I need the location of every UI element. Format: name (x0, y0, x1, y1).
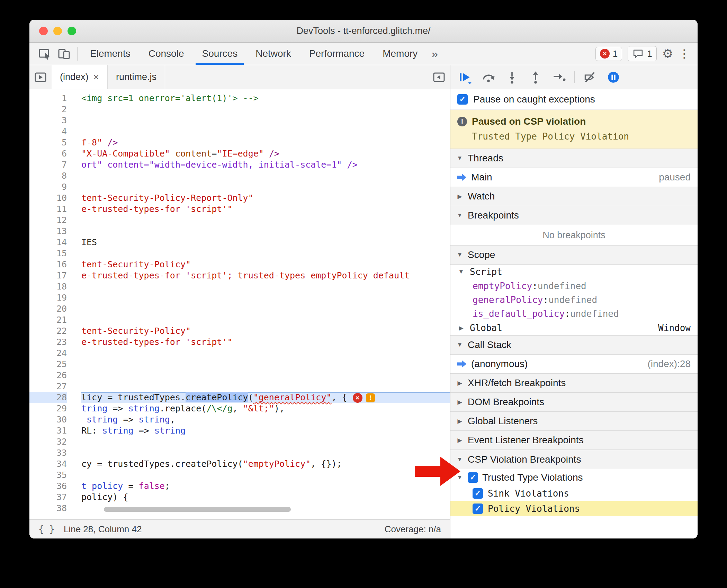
error-badge[interactable]: × 1 (595, 47, 622, 61)
line-number[interactable]: 5 (29, 137, 67, 148)
tab-sources[interactable]: Sources (193, 43, 246, 65)
device-toolbar-button[interactable] (54, 43, 74, 65)
devtools-body: (index)×runtime.js 123456789101112131415… (29, 65, 698, 538)
section-threads[interactable]: ▼ Threads (450, 149, 698, 168)
scope-script-row[interactable]: ▼ Script (450, 265, 698, 279)
step-over-button[interactable] (477, 68, 500, 87)
resume-button[interactable] (454, 68, 476, 87)
line-number[interactable]: 16 (29, 259, 67, 270)
tab-console[interactable]: Console (140, 43, 193, 65)
deactivate-breakpoints-button[interactable] (579, 68, 601, 87)
line-number[interactable]: 37 (29, 492, 67, 503)
minimize-window-button[interactable] (53, 27, 62, 35)
line-number[interactable]: 36 (29, 481, 67, 492)
section-scope[interactable]: ▼ Scope (450, 245, 698, 265)
csp-breakpoint-policy-violations[interactable]: ✓Policy Violations (450, 501, 698, 516)
section-call-stack[interactable]: ▼ Call Stack (450, 335, 698, 355)
pause-on-caught-row[interactable]: ✓ Pause on caught exceptions (450, 89, 698, 110)
line-number[interactable]: 27 (29, 381, 67, 392)
line-number[interactable]: 1 (29, 93, 67, 104)
issues-badge[interactable]: 1 (628, 46, 656, 61)
close-window-button[interactable] (39, 27, 48, 35)
line-number[interactable]: 11 (29, 204, 67, 215)
step-button[interactable] (548, 68, 570, 87)
tab-network[interactable]: Network (246, 43, 300, 65)
line-number[interactable]: 21 (29, 314, 67, 326)
csp-breakpoint-sink-violations[interactable]: ✓Sink Violations (450, 486, 698, 501)
checkbox-checked[interactable]: ✓ (457, 94, 468, 105)
section-xhr-fetch-breakpoints[interactable]: ▶XHR/fetch Breakpoints (450, 373, 698, 393)
line-number[interactable]: 38 (29, 503, 67, 514)
line-number[interactable]: 25 (29, 359, 67, 370)
checkbox-checked[interactable]: ✓ (468, 472, 478, 483)
scope-variable[interactable]: generalPolicy: undefined (450, 293, 698, 307)
code-editor[interactable]: 1234567891011121314151617181920212223242… (29, 89, 450, 519)
inspect-element-button[interactable] (35, 43, 54, 65)
error-icon[interactable]: × (353, 393, 362, 403)
line-number[interactable]: 20 (29, 303, 67, 314)
line-number[interactable]: 26 (29, 370, 67, 381)
line-number[interactable]: 4 (29, 126, 67, 137)
code-content[interactable]: <img src=1 onerror='alert(1)'> -->f-8" /… (72, 89, 450, 519)
line-number[interactable]: 3 (29, 115, 67, 126)
line-number[interactable]: 33 (29, 447, 67, 458)
line-number[interactable]: 32 (29, 436, 67, 447)
code-line-2 (81, 104, 450, 115)
tab-elements[interactable]: Elements (81, 43, 140, 65)
line-number-gutter[interactable]: 1234567891011121314151617181920212223242… (29, 89, 72, 519)
section-breakpoints[interactable]: ▼ Breakpoints (450, 206, 698, 225)
line-number[interactable]: 23 (29, 337, 67, 348)
tab-memory[interactable]: Memory (374, 43, 427, 65)
warn-icon[interactable]: ! (366, 393, 375, 402)
call-stack-frame[interactable]: (anonymous) (index):28 (450, 355, 698, 373)
kebab-menu-icon[interactable]: ⋮ (679, 48, 690, 59)
line-number[interactable]: 28 (29, 392, 67, 403)
checkbox-checked[interactable]: ✓ (473, 488, 483, 499)
line-number[interactable]: 24 (29, 348, 67, 359)
line-number[interactable]: 6 (29, 148, 67, 159)
show-navigator-button[interactable] (29, 65, 52, 89)
quick-source-button[interactable] (428, 65, 450, 89)
line-number[interactable]: 12 (29, 215, 67, 226)
step-into-button[interactable] (501, 68, 523, 87)
line-number[interactable]: 9 (29, 181, 67, 193)
line-number[interactable]: 13 (29, 226, 67, 237)
line-number[interactable]: 34 (29, 458, 67, 470)
settings-gear-icon[interactable]: ⚙ (662, 47, 673, 60)
line-number[interactable]: 22 (29, 326, 67, 337)
pause-on-exceptions-button[interactable] (602, 68, 625, 87)
scope-variable[interactable]: is_default_policy: undefined (450, 307, 698, 321)
line-number[interactable]: 8 (29, 170, 67, 181)
line-number[interactable]: 35 (29, 470, 67, 481)
section-csp-violation-breakpoints[interactable]: ▼ CSP Violation Breakpoints (450, 450, 698, 469)
checkbox-checked[interactable]: ✓ (473, 504, 483, 514)
thread-main-row[interactable]: Main paused (450, 168, 698, 187)
line-number[interactable]: 31 (29, 425, 67, 436)
line-number[interactable]: 10 (29, 193, 67, 204)
file-tab--index-[interactable]: (index)× (52, 65, 108, 89)
zoom-window-button[interactable] (68, 27, 76, 35)
more-tabs-button[interactable]: » (427, 43, 443, 65)
section-watch[interactable]: ▶ Watch (450, 187, 698, 206)
section-dom-breakpoints[interactable]: ▶DOM Breakpoints (450, 393, 698, 412)
horizontal-scrollbar[interactable] (104, 507, 291, 512)
file-tab-runtime-js[interactable]: runtime.js (108, 65, 165, 89)
line-number[interactable]: 14 (29, 237, 67, 248)
line-number[interactable]: 17 (29, 270, 67, 281)
line-number[interactable]: 15 (29, 248, 67, 259)
close-tab-icon[interactable]: × (93, 72, 99, 83)
line-number[interactable]: 2 (29, 104, 67, 115)
tab-performance[interactable]: Performance (300, 43, 374, 65)
line-number[interactable]: 18 (29, 281, 67, 292)
trusted-type-violations-row[interactable]: ▼ ✓ Trusted Type Violations (450, 469, 698, 486)
section-event-listener-breakpoints[interactable]: ▶Event Listener Breakpoints (450, 431, 698, 450)
scope-global-row[interactable]: ▶ Global Window (450, 321, 698, 335)
line-number[interactable]: 29 (29, 403, 67, 414)
line-number[interactable]: 7 (29, 159, 67, 170)
section-global-listeners[interactable]: ▶Global Listeners (450, 412, 698, 431)
pretty-print-icon[interactable]: { } (38, 524, 55, 534)
line-number[interactable]: 19 (29, 292, 67, 303)
step-out-button[interactable] (524, 68, 547, 87)
scope-variable[interactable]: emptyPolicy: undefined (450, 279, 698, 293)
line-number[interactable]: 30 (29, 414, 67, 425)
